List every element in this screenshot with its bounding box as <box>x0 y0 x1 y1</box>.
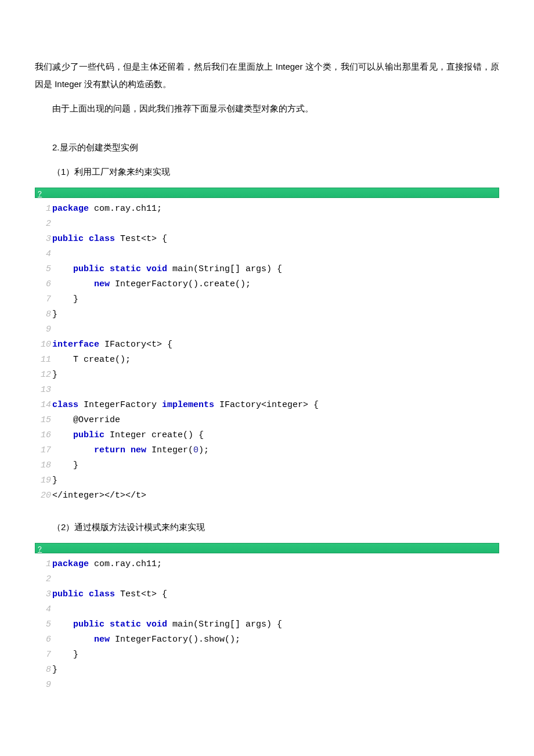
line-number: 5 <box>35 617 52 632</box>
code-line: 5 public static void main(String[] args)… <box>35 262 499 277</box>
line-number: 7 <box>35 292 52 307</box>
line-number: 17 <box>35 443 52 458</box>
line-number: 8 <box>35 307 52 322</box>
code-line: 1package com.ray.ch11; <box>35 557 499 572</box>
code-line: 10interface IFactory<t> { <box>35 337 499 352</box>
subsection-2: （2）通过模版方法设计模式来约束实现 <box>35 519 499 536</box>
code-line: 2 <box>35 217 499 232</box>
code-text: } <box>52 663 57 678</box>
line-number: 20 <box>35 488 52 503</box>
line-number: 7 <box>35 647 52 663</box>
code-text: T create(); <box>52 352 131 368</box>
code-text: } <box>52 458 78 473</box>
code-text: } <box>52 473 57 488</box>
paragraph-2: 由于上面出现的问题，因此我们推荐下面显示创建类型对象的方式。 <box>35 100 499 117</box>
code-line: 6 new IntegerFactory().create(); <box>35 277 499 292</box>
code-text: } <box>52 647 78 663</box>
code-text: public class Test<t> { <box>52 232 167 247</box>
paragraph-1: 我们减少了一些代码，但是主体还留着，然后我们在里面放上 Integer 这个类，… <box>35 58 499 93</box>
line-number: 16 <box>35 428 52 443</box>
line-number: 12 <box>35 368 52 383</box>
code-line: 9 <box>35 678 499 693</box>
code-line: 4 <box>35 247 499 262</box>
line-number: 8 <box>35 663 52 678</box>
code-line: 3public class Test<t> { <box>35 587 499 602</box>
line-number: 3 <box>35 232 52 247</box>
code-line: 6 new IntegerFactory().show(); <box>35 632 499 647</box>
line-number: 6 <box>35 277 52 292</box>
code-line: 15 @Override <box>35 413 499 428</box>
code-text: new IntegerFactory().show(); <box>52 632 240 647</box>
code-header: ? <box>35 543 499 553</box>
code-body-1: 1package com.ray.ch11;23public class Tes… <box>35 198 499 507</box>
code-line: 3public class Test<t> { <box>35 232 499 247</box>
line-number: 9 <box>35 678 52 693</box>
code-line: 19} <box>35 473 499 488</box>
line-number: 4 <box>35 247 52 262</box>
subsection-1: （1）利用工厂对象来约束实现 <box>35 163 499 181</box>
code-line: 1package com.ray.ch11; <box>35 201 499 217</box>
code-line: 5 public static void main(String[] args)… <box>35 617 499 632</box>
code-body-2: 1package com.ray.ch11;23public class Tes… <box>35 553 499 696</box>
code-line: 2 <box>35 572 499 587</box>
code-text: package com.ray.ch11; <box>52 557 162 572</box>
code-line: 7 } <box>35 647 499 663</box>
code-line: 16 public Integer create() { <box>35 428 499 443</box>
code-text: package com.ray.ch11; <box>52 201 162 217</box>
code-text: </integer></t></t> <box>52 488 146 503</box>
code-line: 8} <box>35 307 499 322</box>
line-number: 13 <box>35 383 52 398</box>
code-text: } <box>52 307 57 322</box>
code-text: } <box>52 292 78 307</box>
code-header: ? <box>35 188 499 198</box>
code-line: 20</integer></t></t> <box>35 488 499 503</box>
code-block-2: ? 1package com.ray.ch11;23public class T… <box>35 543 499 696</box>
code-text: public static void main(String[] args) { <box>52 617 282 632</box>
code-line: 8} <box>35 663 499 678</box>
line-number: 6 <box>35 632 52 647</box>
code-help-link[interactable]: ? <box>38 190 42 199</box>
line-number: 3 <box>35 587 52 602</box>
code-line: 14class IntegerFactory implements IFacto… <box>35 398 499 413</box>
code-line: 7 } <box>35 292 499 307</box>
line-number: 9 <box>35 322 52 337</box>
code-text: } <box>52 368 57 383</box>
code-line: 4 <box>35 602 499 617</box>
page-content: 我们减少了一些代码，但是主体还留着，然后我们在里面放上 Integer 这个类，… <box>0 0 534 731</box>
code-text: interface IFactory<t> { <box>52 337 172 352</box>
line-number: 5 <box>35 262 52 277</box>
line-number: 1 <box>35 201 52 217</box>
section-heading-2: 2.显示的创建类型实例 <box>35 139 499 156</box>
code-text: public Integer create() { <box>52 428 204 443</box>
code-text: public class Test<t> { <box>52 587 167 602</box>
line-number: 15 <box>35 413 52 428</box>
code-line: 12} <box>35 368 499 383</box>
code-text: @Override <box>52 413 120 428</box>
line-number: 2 <box>35 217 52 232</box>
code-line: 11 T create(); <box>35 352 499 368</box>
code-text: new IntegerFactory().create(); <box>52 277 251 292</box>
code-help-link[interactable]: ? <box>38 546 42 554</box>
spacer <box>35 124 499 139</box>
line-number: 2 <box>35 572 52 587</box>
line-number: 14 <box>35 398 52 413</box>
line-number: 10 <box>35 337 52 352</box>
code-line: 9 <box>35 322 499 337</box>
line-number: 4 <box>35 602 52 617</box>
code-line: 18 } <box>35 458 499 473</box>
code-text: class IntegerFactory implements IFactory… <box>52 398 319 413</box>
code-text: return new Integer(0); <box>52 443 209 458</box>
line-number: 18 <box>35 458 52 473</box>
code-line: 13 <box>35 383 499 398</box>
code-block-1: ? 1package com.ray.ch11;23public class T… <box>35 188 499 507</box>
code-line: 17 return new Integer(0); <box>35 443 499 458</box>
line-number: 1 <box>35 557 52 572</box>
code-text: public static void main(String[] args) { <box>52 262 282 277</box>
line-number: 19 <box>35 473 52 488</box>
line-number: 11 <box>35 352 52 368</box>
